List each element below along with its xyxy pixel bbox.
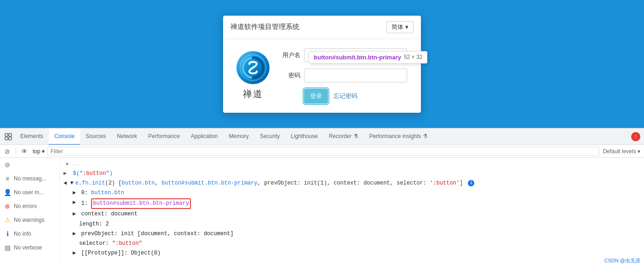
svg-rect-3: [5, 137, 8, 140]
tab-network[interactable]: Network: [111, 128, 143, 145]
console-selector: selector: ":button": [63, 239, 640, 249]
modal-body: 禅道 用户名 密码 button#submit.btn.btn-primary …: [223, 39, 421, 113]
user-icon: 👤: [4, 189, 11, 196]
error-icon: ⊗: [4, 202, 11, 210]
warning-icon: ⚠: [4, 216, 11, 224]
form-area: 用户名 密码 button#submit.btn.btn-primary 52 …: [281, 48, 407, 104]
info-badge: i: [468, 180, 474, 186]
item0-arrow[interactable]: ▶: [73, 189, 76, 197]
tab-elements[interactable]: Elements: [15, 128, 49, 145]
prevobject-arrow[interactable]: ▶: [73, 230, 76, 238]
sidebar-warnings[interactable]: ⚠ No warnings: [0, 213, 59, 227]
prototype-arrow[interactable]: ▶: [73, 249, 76, 258]
tab-security[interactable]: Security: [254, 128, 285, 145]
svg-rect-1: [5, 133, 8, 136]
filter-input[interactable]: [47, 147, 599, 156]
item1-arrow[interactable]: ▶: [73, 198, 76, 207]
devtools-tab-right: !: [631, 132, 642, 141]
console-item-1: ▶ 1: button#submit.btn.btn-primary: [63, 198, 640, 209]
block-icon: ⊘: [4, 161, 11, 168]
tab-performance[interactable]: Performance: [143, 128, 185, 145]
password-row: 密码 button#submit.btn.btn-primary 52 × 32: [281, 69, 407, 82]
element-tooltip: button#submit.btn.btn-primary 52 × 32: [309, 51, 427, 64]
password-input[interactable]: [304, 69, 407, 82]
messages-icon: ≡: [4, 175, 11, 182]
login-button[interactable]: 登录: [304, 89, 328, 104]
console-sidebar: ⊘ ≡ No messag... 👤 No user m... ⊗ No err…: [0, 158, 60, 266]
lang-button[interactable]: 简体 ▾: [386, 21, 414, 33]
browser-viewport: 禅道软件项目管理系统 简体 ▾ 禅道 用户名: [0, 0, 644, 128]
modal-title: 禅道软件项目管理系统: [230, 23, 299, 31]
verbose-icon: ▤: [4, 244, 11, 251]
logo-icon: [236, 51, 270, 84]
sidebar-messages[interactable]: ≡ No messag...: [0, 172, 59, 185]
devtools-panel: Elements Console Sources Network Perform…: [0, 128, 644, 266]
console-content: ⊘ ≡ No messag... 👤 No user m... ⊗ No err…: [0, 158, 644, 266]
svg-rect-2: [9, 133, 12, 136]
eye-icon[interactable]: 👁: [19, 146, 30, 157]
console-line-prev: ▶ ...: [63, 160, 640, 169]
forgot-password-button[interactable]: 忘记密码: [334, 92, 357, 100]
highlighted-element: button#submit.btn.btn-primary: [91, 198, 191, 209]
tab-recorder[interactable]: Recorder ⚗: [323, 128, 364, 145]
result-arrow[interactable]: ◀ ▼: [63, 179, 74, 188]
console-context: ▶ context: document: [63, 209, 640, 219]
svg-rect-4: [9, 137, 12, 140]
sidebar-user[interactable]: 👤 No user m...: [0, 185, 59, 199]
tab-application[interactable]: Application: [185, 128, 224, 145]
toolbar-divider-1: [16, 148, 16, 155]
tab-console[interactable]: Console: [49, 128, 80, 145]
logo-text: 禅道: [243, 88, 263, 100]
username-label: 用户名: [281, 51, 300, 59]
levels-dropdown[interactable]: Default levels ▾: [601, 148, 642, 155]
info-icon: ℹ: [4, 230, 11, 237]
context-arrow[interactable]: ▶: [73, 210, 76, 219]
sidebar-verbose[interactable]: ▤ No verbose: [0, 241, 59, 254]
console-item-0: ▶ 0: button.btn: [63, 188, 640, 198]
login-modal: 禅道软件项目管理系统 简体 ▾ 禅道 用户名: [223, 16, 421, 113]
sidebar-info[interactable]: ℹ No info: [0, 227, 59, 241]
tab-performance-insights[interactable]: Performance insights ⚗: [364, 128, 433, 145]
tab-sources[interactable]: Sources: [80, 128, 111, 145]
devtools-inspect-icon[interactable]: [2, 128, 15, 145]
tab-lighthouse[interactable]: Lighthouse: [285, 128, 323, 145]
console-main: ▶ ... ▶ $(":button") ◀ ▼ e.fn.init(2) [b…: [60, 158, 644, 260]
form-actions: 登录 忘记密码: [304, 89, 407, 104]
password-label: 密码: [281, 71, 300, 80]
console-prototype: ▶ [[Prototype]]: Object(0): [63, 249, 640, 258]
tooltip-element-name: button#submit.btn.btn-primary: [314, 54, 401, 61]
error-badge: !: [631, 132, 640, 141]
console-line-result: ◀ ▼ e.fn.init(2) [button.btn, button#sub…: [63, 179, 640, 188]
logo-area: 禅道: [232, 51, 274, 100]
devtools-toolbar: ⊘ 👁 top ▾ Default levels ▾: [0, 145, 644, 158]
sidebar-no-messages[interactable]: ⊘: [0, 158, 59, 172]
clear-console-icon[interactable]: ⊘: [2, 146, 13, 157]
modal-header: 禅道软件项目管理系统 简体 ▾: [223, 16, 421, 39]
watermark: CSDN @虫无涯: [604, 257, 640, 264]
console-line-input: ▶ $(":button"): [63, 169, 640, 179]
tooltip-size: 52 × 32: [404, 54, 422, 60]
console-prevobject: ▶ prevObject: init [document, context: d…: [63, 229, 640, 239]
tab-memory[interactable]: Memory: [224, 128, 254, 145]
console-length: length: 2: [63, 220, 640, 229]
context-selector[interactable]: top ▾: [32, 148, 46, 155]
sidebar-errors[interactable]: ⊗ No errors: [0, 199, 59, 213]
devtools-tabs: Elements Console Sources Network Perform…: [0, 128, 644, 145]
